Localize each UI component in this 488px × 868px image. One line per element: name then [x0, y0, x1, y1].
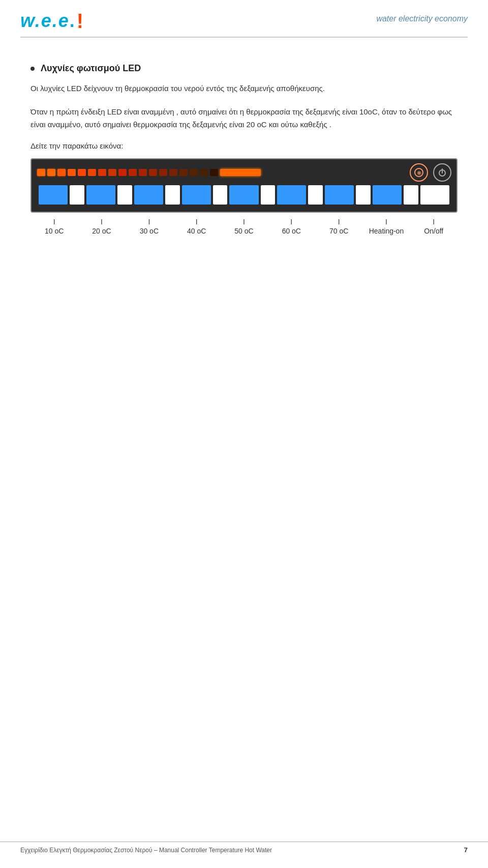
- blue-block-8: [373, 185, 402, 205]
- blue-block-2: [86, 185, 115, 205]
- blue-block-1: [39, 185, 68, 205]
- led-9: [118, 169, 127, 176]
- led-7: [98, 169, 106, 176]
- white-gap-3: [165, 185, 180, 205]
- logo-dot: .: [70, 10, 75, 32]
- white-gap-6: [308, 185, 323, 205]
- tick-50: I: [243, 218, 245, 226]
- led-indicator-strip: [37, 168, 410, 177]
- led-2: [47, 169, 55, 176]
- heat-icon: ❋: [410, 163, 428, 182]
- tick-heating: I: [385, 218, 387, 226]
- white-gap-5: [261, 185, 276, 205]
- blue-block-3: [134, 185, 163, 205]
- led-3: [57, 169, 66, 176]
- blue-block-6: [277, 185, 306, 205]
- logo: w.e.e . !: [20, 10, 83, 32]
- temp-label-onoff: I On/off: [410, 218, 458, 235]
- section-title: Λυχνίες φωτισμού LED: [41, 63, 141, 74]
- page-footer: Εγχειρίδιο Ελεγκτή Θερμοκρασίας Ζεστού Ν…: [0, 842, 488, 858]
- led-16: [190, 169, 198, 176]
- led-4: [68, 169, 76, 176]
- led-13: [159, 169, 167, 176]
- led-1: [37, 169, 45, 176]
- led-5: [78, 169, 86, 176]
- main-content: Λυχνίες φωτισμού LED Οι λυχνίες LED δείχ…: [0, 53, 488, 255]
- logo-exclaim: !: [77, 11, 83, 31]
- tick-10: I: [53, 218, 55, 226]
- tick-60: I: [290, 218, 292, 226]
- page-header: w.e.e . ! water electricity economy: [0, 0, 488, 37]
- tick-70: I: [338, 218, 340, 226]
- led-8: [108, 169, 116, 176]
- footer-page-number: 7: [464, 846, 468, 854]
- power-svg: [437, 167, 447, 178]
- temp-label-60: I 60 oC: [268, 218, 315, 235]
- temp-text-40: 40 oC: [187, 227, 206, 235]
- temp-label-70: I 70 oC: [315, 218, 362, 235]
- temp-text-heating: Heating-on: [369, 227, 404, 235]
- tick-40: I: [196, 218, 198, 226]
- temp-label-10: I 10 oC: [30, 218, 78, 235]
- temp-text-30: 30 oC: [140, 227, 159, 235]
- white-gap-7: [356, 185, 371, 205]
- led-12: [149, 169, 157, 176]
- tick-20: I: [101, 218, 103, 226]
- led-10: [129, 169, 137, 176]
- led-6: [88, 169, 96, 176]
- tick-onoff: I: [433, 218, 435, 226]
- led-15: [179, 169, 188, 176]
- temp-text-10: 10 oC: [45, 227, 64, 235]
- temp-text-onoff: On/off: [424, 227, 443, 235]
- blue-block-4: [182, 185, 211, 205]
- white-gap-4: [213, 185, 228, 205]
- temp-label-heating: I Heating-on: [362, 218, 410, 235]
- footer-text: Εγχειρίδιο Ελεγκτή Θερμοκρασίας Ζεστού Ν…: [20, 847, 272, 854]
- bullet-icon: [30, 67, 35, 71]
- temperature-labels: I 10 oC I 20 oC I 30 oC I 40 oC I 50 oC …: [30, 213, 458, 235]
- white-gap-1: [70, 185, 84, 205]
- temp-label-50: I 50 oC: [220, 218, 267, 235]
- temp-label-20: I 20 oC: [78, 218, 125, 235]
- led-11: [139, 169, 147, 176]
- temp-text-50: 50 oC: [234, 227, 253, 235]
- white-gap-2: [117, 185, 132, 205]
- led-17: [200, 169, 208, 176]
- led-bar-orange: [220, 169, 261, 176]
- blue-blocks-row: [37, 184, 451, 206]
- white-block-last: [420, 185, 449, 205]
- temp-text-20: 20 oC: [92, 227, 111, 235]
- blue-block-7: [325, 185, 354, 205]
- tick-30: I: [148, 218, 150, 226]
- tagline: water electricity economy: [376, 14, 468, 23]
- temp-text-60: 60 oC: [282, 227, 301, 235]
- panel-icons: ❋: [410, 163, 451, 182]
- image-label: Δείτε την παρακάτω εικόνα:: [30, 141, 458, 150]
- logo-text: w.e.e: [20, 10, 70, 32]
- led-14: [169, 169, 177, 176]
- header-divider: [20, 37, 468, 38]
- temp-text-70: 70 oC: [329, 227, 348, 235]
- led-panel: ❋: [30, 158, 458, 213]
- blue-block-5: [229, 185, 258, 205]
- led-18: [210, 169, 218, 176]
- white-gap-8: [404, 185, 418, 205]
- led-top-row: ❋: [37, 163, 451, 182]
- heat-svg: ❋: [414, 167, 424, 178]
- temp-label-40: I 40 oC: [173, 218, 220, 235]
- section-heading: Λυχνίες φωτισμού LED: [30, 63, 458, 74]
- paragraph-2: Όταν η πρώτη ένδειξη LED είναι αναμμένη …: [30, 105, 458, 131]
- svg-text:❋: ❋: [417, 170, 421, 176]
- power-icon: [433, 163, 451, 182]
- temp-label-30: I 30 oC: [126, 218, 173, 235]
- paragraph-1: Οι λυχνίες LED δείχνουν τη θερμοκρασία τ…: [30, 82, 458, 95]
